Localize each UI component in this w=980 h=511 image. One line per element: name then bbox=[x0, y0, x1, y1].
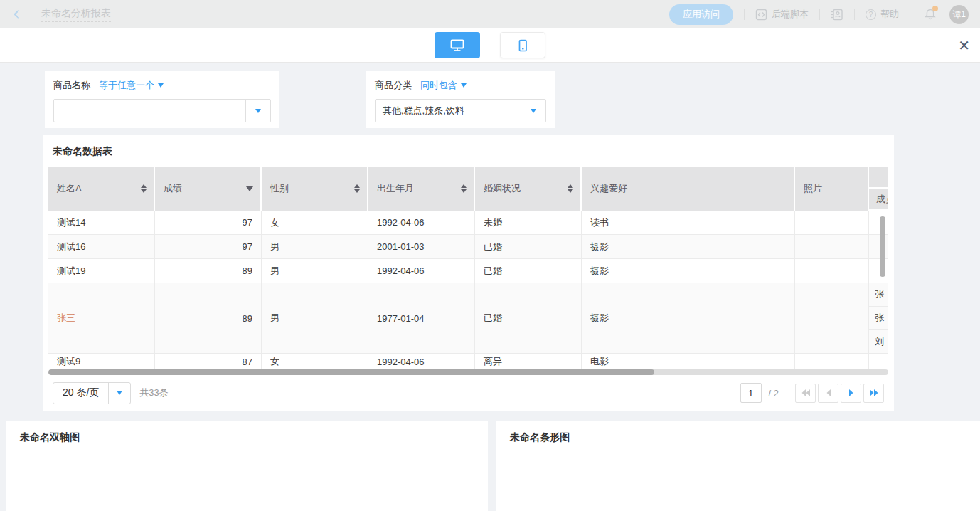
horizontal-scrollbar[interactable] bbox=[48, 369, 888, 375]
page-size-select[interactable]: 20 条/页 bbox=[53, 382, 131, 404]
filters-row: 商品名称 等于任意一个 商品分类 同时包含 其他,糕点,辣条,饮料 bbox=[0, 71, 980, 128]
column-header-subform[interactable]: 成员 bbox=[869, 167, 888, 211]
help-label: 帮助 bbox=[880, 8, 899, 21]
cell-hobby: 电影 bbox=[582, 354, 795, 369]
header-divider bbox=[744, 9, 745, 20]
column-header-marital[interactable]: 婚姻状况 bbox=[475, 167, 582, 211]
next-page-button[interactable] bbox=[841, 384, 861, 403]
cell-name: 测试16 bbox=[48, 235, 155, 258]
cell-birth: 2001-01-03 bbox=[368, 235, 475, 258]
cell-marital: 未婚 bbox=[475, 211, 582, 234]
page-size-dropdown-toggle[interactable] bbox=[108, 383, 130, 404]
app-header: 未命名分析报表 应用访问 后端脚本 ? 帮助 谭1 bbox=[0, 0, 980, 28]
cell-gender: 女 bbox=[262, 354, 368, 369]
table-row[interactable]: 测试9 87 女 1992-04-06 离异 电影 bbox=[48, 354, 888, 369]
avatar[interactable]: 谭1 bbox=[949, 5, 969, 24]
filter-operator-label: 等于任意一个 bbox=[99, 79, 154, 92]
filter-value-input[interactable] bbox=[53, 99, 271, 122]
table-header-row: 姓名A 成绩 性别 出生年月 婚姻状况 兴趣爱好 bbox=[48, 167, 888, 211]
bar-chart-card: 未命名条形图 bbox=[496, 421, 980, 511]
column-header-gender[interactable]: 性别 bbox=[262, 167, 368, 211]
column-label: 性别 bbox=[270, 182, 289, 195]
subform-sub-header: 成员 bbox=[869, 189, 888, 209]
cell-score: 87 bbox=[155, 354, 262, 369]
filter-label: 商品分类 bbox=[375, 79, 412, 92]
close-icon[interactable]: ✕ bbox=[958, 38, 970, 53]
filter-value bbox=[54, 100, 245, 122]
table-title: 未命名数据表 bbox=[48, 144, 888, 167]
cell-gender: 男 bbox=[262, 259, 368, 283]
column-label: 照片 bbox=[804, 182, 822, 195]
filter-operator-dropdown[interactable]: 同时包含 bbox=[420, 79, 467, 92]
page-number-input[interactable]: 1 bbox=[740, 383, 762, 403]
cell-hobby: 摄影 bbox=[582, 259, 795, 283]
contact-book-button[interactable] bbox=[831, 9, 843, 21]
cell-photo bbox=[795, 259, 869, 283]
filter-dropdown-toggle[interactable] bbox=[245, 100, 270, 122]
table-row[interactable]: 测试16 97 男 2001-01-03 已婚 摄影 bbox=[48, 235, 888, 259]
cell-score: 89 bbox=[155, 259, 262, 283]
cell-photo bbox=[795, 235, 869, 258]
first-page-button[interactable] bbox=[795, 384, 816, 403]
report-title[interactable]: 未命名分析报表 bbox=[41, 7, 111, 22]
filter-operator-label: 同时包含 bbox=[420, 79, 457, 92]
filter-operator-dropdown[interactable]: 等于任意一个 bbox=[99, 79, 164, 92]
monitor-icon bbox=[449, 38, 465, 53]
help-button[interactable]: ? 帮助 bbox=[866, 8, 899, 21]
contact-book-icon bbox=[831, 9, 843, 21]
sort-icon[interactable] bbox=[354, 184, 360, 193]
column-label: 兴趣爱好 bbox=[590, 182, 627, 195]
column-header-birth[interactable]: 出生年月 bbox=[368, 167, 475, 211]
cell-hobby: 摄影 bbox=[582, 283, 795, 353]
cell-birth: 1992-04-06 bbox=[368, 354, 475, 369]
last-page-button[interactable] bbox=[863, 384, 884, 403]
sort-icon[interactable] bbox=[461, 184, 467, 193]
cell-name: 测试14 bbox=[48, 211, 155, 234]
desktop-preview-toggle[interactable] bbox=[435, 32, 480, 58]
chevron-down-icon bbox=[255, 109, 261, 113]
cell-photo bbox=[795, 283, 869, 353]
subform-member: 刘 bbox=[869, 330, 888, 353]
table-viewport: 姓名A 成绩 性别 出生年月 婚姻状况 兴趣爱好 bbox=[48, 167, 888, 375]
column-label: 姓名A bbox=[57, 182, 82, 195]
horizontal-scrollbar-thumb[interactable] bbox=[48, 369, 654, 375]
cell-marital: 已婚 bbox=[475, 235, 582, 258]
page-size-value: 20 条/页 bbox=[53, 383, 108, 404]
prev-page-button[interactable] bbox=[818, 384, 838, 403]
column-header-hobby[interactable]: 兴趣爱好 bbox=[582, 167, 795, 211]
vertical-scrollbar[interactable] bbox=[880, 216, 885, 277]
column-label: 成绩 bbox=[164, 182, 182, 195]
filter-dropdown-toggle[interactable] bbox=[521, 100, 545, 122]
table-row[interactable]: 测试14 97 女 1992-04-06 未婚 读书 bbox=[48, 211, 888, 235]
data-table-card: 未命名数据表 姓名A 成绩 性别 出生年月 婚姻状况 bbox=[43, 135, 894, 411]
cell-marital: 已婚 bbox=[475, 283, 582, 353]
sort-icon[interactable] bbox=[568, 184, 573, 193]
cell-score: 97 bbox=[155, 211, 262, 234]
subform-member: 张 bbox=[869, 307, 888, 330]
sort-icon[interactable] bbox=[141, 184, 147, 193]
cell-photo bbox=[795, 211, 869, 234]
record-link[interactable]: 张三 bbox=[57, 312, 75, 325]
table-row[interactable]: 张三 89 男 1977-01-04 已婚 摄影 张 张 刘 bbox=[48, 283, 888, 354]
column-header-photo[interactable]: 照片 bbox=[795, 167, 869, 211]
app-access-button[interactable]: 应用访问 bbox=[669, 4, 733, 25]
chevron-down-icon bbox=[117, 391, 122, 395]
back-icon[interactable] bbox=[11, 9, 23, 20]
column-label: 婚姻状况 bbox=[484, 182, 521, 195]
cell-score: 97 bbox=[155, 235, 262, 258]
pagination-bar: 20 条/页 共33条 1 / 2 bbox=[48, 375, 888, 411]
filter-value: 其他,糕点,辣条,饮料 bbox=[376, 100, 521, 122]
chevron-down-icon bbox=[158, 83, 164, 88]
header-divider bbox=[819, 9, 820, 20]
sort-desc-icon[interactable] bbox=[246, 186, 253, 191]
column-header-name[interactable]: 姓名A bbox=[48, 167, 155, 211]
notification-dot bbox=[932, 6, 938, 11]
chart-title: 未命名双轴图 bbox=[20, 431, 474, 444]
cell-hobby: 读书 bbox=[582, 211, 795, 234]
backend-script-button[interactable]: 后端脚本 bbox=[755, 8, 809, 21]
column-header-score[interactable]: 成绩 bbox=[155, 167, 262, 211]
filter-value-input[interactable]: 其他,糕点,辣条,饮料 bbox=[375, 99, 546, 122]
mobile-preview-toggle[interactable] bbox=[500, 32, 545, 58]
table-row[interactable]: 测试19 89 男 1992-04-06 已婚 摄影 bbox=[48, 259, 888, 283]
notification-bell-button[interactable] bbox=[924, 8, 937, 21]
